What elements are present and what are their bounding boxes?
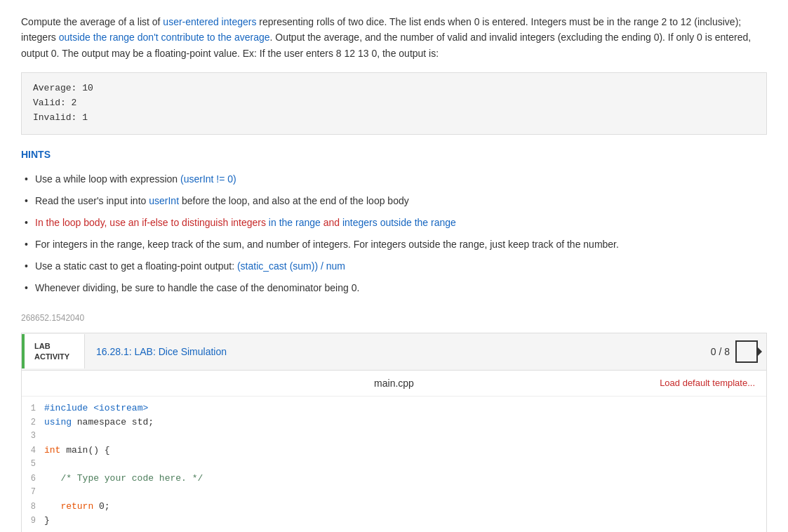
sample-output-line-3: Invalid: 1 — [33, 111, 755, 126]
lab-score-value: 0 / 8 — [711, 346, 730, 357]
lab-label: LAB ACTIVITY — [22, 334, 85, 368]
editor-filename: main.cpp — [374, 378, 414, 389]
line-content-1: #include <iostream> — [44, 403, 148, 413]
editor-header: main.cpp Load default template... — [22, 371, 766, 397]
sample-output-block: Average: 10 Valid: 2 Invalid: 1 — [21, 72, 767, 134]
line-num-9: 9 — [22, 516, 44, 526]
hint-item-1: Use a while loop with expression (userIn… — [21, 168, 767, 190]
line-content-2: using namespace std; — [44, 417, 154, 427]
hint-item-2: Read the user's input into userInt befor… — [21, 190, 767, 212]
hints-list: Use a while loop with expression (userIn… — [21, 168, 767, 299]
hint-item-4: For integers in the range, keep track of… — [21, 234, 767, 255]
lab-score-area: 0 / 8 — [702, 333, 766, 370]
line-num-1: 1 — [22, 404, 44, 413]
lab-activity-bar: LAB ACTIVITY 16.28.1: LAB: Dice Simulati… — [21, 333, 767, 371]
lab-activity-title[interactable]: 16.28.1: LAB: Dice Simulation — [85, 339, 702, 364]
code-line-1: 1 #include <iostream> — [22, 402, 766, 416]
line-num-6: 6 — [22, 474, 44, 484]
hints-title: HINTS — [21, 149, 767, 160]
code-line-4: 4 int main() { — [22, 444, 766, 458]
line-num-7: 7 — [22, 487, 44, 497]
hint-item-3: In the loop body, use an if-else to dist… — [21, 212, 767, 234]
lab-label-line1: LAB — [34, 341, 74, 351]
problem-id: 268652.1542040 — [21, 313, 767, 323]
sample-output-line-1: Average: 10 — [33, 81, 755, 96]
line-content-8: return 0; — [44, 501, 110, 512]
code-line-6: 6 /* Type your code here. */ — [22, 472, 766, 486]
code-line-3: 3 — [22, 430, 766, 444]
problem-description: Compute the average of a list of user-en… — [21, 14, 767, 61]
load-template-link[interactable]: Load default template... — [660, 378, 755, 388]
code-editor[interactable]: 1 #include <iostream> 2 using namespace … — [22, 397, 766, 532]
line-content-6: /* Type your code here. */ — [44, 473, 203, 484]
code-line-9: 9 } — [22, 514, 766, 528]
line-num-8: 8 — [22, 502, 44, 512]
code-line-7: 7 — [22, 486, 766, 500]
lab-label-line2: ACTIVITY — [34, 352, 74, 361]
hint-item-6: Whenever dividing, be sure to handle the… — [21, 277, 767, 299]
line-content-4: int main() { — [44, 445, 110, 455]
line-num-2: 2 — [22, 418, 44, 427]
code-line-2: 2 using namespace std; — [22, 416, 766, 430]
line-num-5: 5 — [22, 459, 44, 469]
score-badge — [735, 340, 758, 363]
code-line-5: 5 — [22, 458, 766, 472]
line-num-4: 4 — [22, 446, 44, 455]
editor-container: main.cpp Load default template... 1 #inc… — [21, 371, 767, 532]
hint-item-5: Use a static cast to get a floating-poin… — [21, 255, 767, 277]
line-content-9: } — [44, 515, 50, 526]
code-line-8: 8 return 0; — [22, 500, 766, 514]
sample-output-line-2: Valid: 2 — [33, 96, 755, 111]
line-num-3: 3 — [22, 431, 44, 441]
